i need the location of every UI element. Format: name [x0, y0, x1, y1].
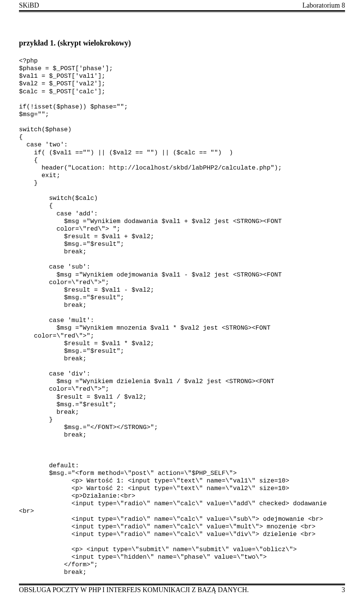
footer-rule-thick — [19, 584, 345, 585]
footer-rule-thin — [19, 583, 345, 584]
running-footer: OBSŁUGA POCZTY W PHP I INTERFEJS KOMUNIK… — [0, 586, 364, 596]
header-left: SKiBD — [19, 2, 39, 9]
footer-text: OBSŁUGA POCZTY W PHP I INTERFEJS KOMUNIK… — [19, 586, 249, 594]
header-right: Laboratorium 8 — [303, 2, 345, 9]
running-header: SKiBD Laboratorium 8 — [0, 0, 364, 10]
code-listing: <?php $phase = $_POST['phase']; $val1 = … — [19, 57, 345, 577]
header-rule-thick — [19, 10, 345, 11]
section-title: przykład 1. (skrypt wielokrokowy) — [19, 39, 345, 47]
page-content: przykład 1. (skrypt wielokrokowy) <?php … — [0, 12, 364, 580]
page-number: 3 — [342, 586, 345, 594]
document-page: SKiBD Laboratorium 8 przykład 1. (skrypt… — [0, 0, 364, 596]
